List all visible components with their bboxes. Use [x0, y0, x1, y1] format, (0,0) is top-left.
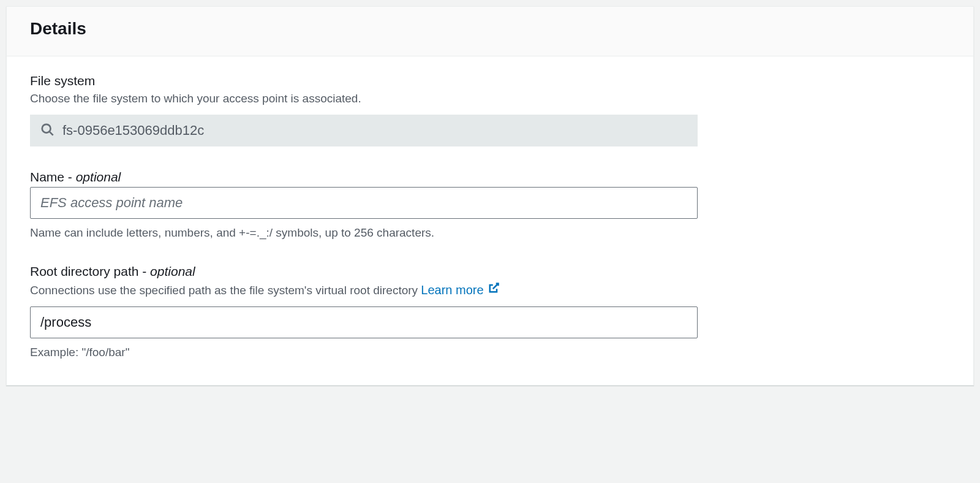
- panel-body: File system Choose the file system to wh…: [7, 56, 973, 385]
- details-panel: Details File system Choose the file syst…: [6, 6, 974, 386]
- root-path-optional-tag: optional: [150, 264, 195, 278]
- root-path-input[interactable]: [30, 306, 698, 338]
- root-path-label-text: Root directory path -: [30, 264, 150, 278]
- name-label: Name - optional: [30, 170, 950, 184]
- root-path-description: Connections use the specified path as th…: [30, 281, 950, 299]
- file-system-description: Choose the file system to which your acc…: [30, 91, 950, 107]
- file-system-label: File system: [30, 74, 950, 88]
- root-path-description-text: Connections use the specified path as th…: [30, 284, 421, 297]
- root-path-label: Root directory path - optional: [30, 264, 950, 279]
- name-label-text: Name -: [30, 170, 76, 184]
- external-link-icon: [488, 281, 500, 299]
- file-system-field-group: File system Choose the file system to wh…: [30, 74, 950, 146]
- name-input[interactable]: [30, 187, 698, 219]
- learn-more-link[interactable]: Learn more: [421, 281, 499, 299]
- root-path-help: Example: "/foo/bar": [30, 344, 950, 361]
- search-icon: [40, 123, 54, 138]
- svg-point-0: [42, 124, 51, 133]
- root-path-field-group: Root directory path - optional Connectio…: [30, 264, 950, 360]
- panel-header: Details: [7, 7, 973, 56]
- file-system-selector[interactable]: fs-0956e153069ddb12c: [30, 115, 698, 146]
- svg-line-1: [50, 132, 53, 135]
- panel-title: Details: [30, 19, 950, 39]
- file-system-value: fs-0956e153069ddb12c: [62, 123, 204, 139]
- learn-more-text: Learn more: [421, 281, 483, 299]
- name-field-group: Name - optional Name can include letters…: [30, 170, 950, 242]
- name-help: Name can include letters, numbers, and +…: [30, 225, 950, 242]
- name-optional-tag: optional: [76, 170, 121, 184]
